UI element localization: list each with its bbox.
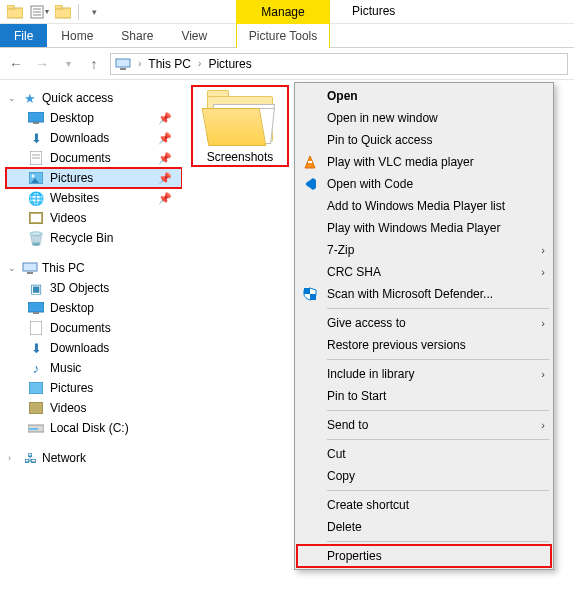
svg-rect-23 (33, 312, 39, 314)
sidebar-item-documents2[interactable]: Documents (6, 318, 182, 338)
ctx-pin-quick-access[interactable]: Pin to Quick access (297, 129, 551, 151)
pictures-icon (28, 170, 44, 186)
ctx-add-wmp-list[interactable]: Add to Windows Media Player list (297, 195, 551, 217)
main-area: ⌄ ★ Quick access Desktop 📌 ⬇ Downloads 📌… (0, 80, 574, 606)
ctx-play-wmp[interactable]: Play with Windows Media Player (297, 217, 551, 239)
svg-point-16 (32, 175, 35, 178)
sidebar-item-pictures[interactable]: Pictures 📌 (6, 168, 182, 188)
pin-icon: 📌 (158, 132, 172, 145)
file-tab[interactable]: File (0, 24, 47, 47)
folder-screenshots[interactable]: Screenshots (192, 86, 288, 166)
chevron-right-icon: › (541, 317, 545, 329)
sidebar-item-desktop2[interactable]: Desktop (6, 298, 182, 318)
recent-locations-button[interactable]: ▾ (58, 58, 78, 69)
tab-view[interactable]: View (167, 24, 221, 47)
ctx-pin-to-start[interactable]: Pin to Start (297, 385, 551, 407)
sidebar-item-label: Documents (50, 321, 111, 335)
ctx-7zip[interactable]: 7-Zip› (297, 239, 551, 261)
properties-icon[interactable]: ▾ (28, 2, 50, 22)
ctx-copy[interactable]: Copy (297, 465, 551, 487)
network-label: Network (42, 451, 86, 465)
expand-icon[interactable]: › (8, 453, 18, 463)
this-pc-header[interactable]: ⌄ This PC (6, 258, 182, 278)
ctx-send-to[interactable]: Send to› (297, 414, 551, 436)
svg-marker-31 (306, 178, 316, 190)
ctx-open[interactable]: Open (297, 85, 551, 107)
address-bar-row: ← → ▾ ↑ › This PC › Pictures (0, 48, 574, 80)
quick-access-header[interactable]: ⌄ ★ Quick access (6, 88, 182, 108)
tab-share[interactable]: Share (107, 24, 167, 47)
sidebar-item-label: Desktop (50, 301, 94, 315)
sidebar-item-pictures2[interactable]: Pictures (6, 378, 182, 398)
ctx-play-vlc[interactable]: Play with VLC media player (297, 151, 551, 173)
back-button[interactable]: ← (6, 56, 26, 72)
svg-rect-11 (33, 122, 39, 124)
ctx-crc-sha[interactable]: CRC SHA› (297, 261, 551, 283)
sidebar-item-videos2[interactable]: Videos (6, 398, 182, 418)
vlc-icon (303, 155, 321, 169)
pc-icon (22, 260, 38, 276)
videos-icon (28, 210, 44, 226)
svg-rect-22 (28, 302, 44, 312)
ctx-properties[interactable]: Properties (297, 545, 551, 567)
sidebar-item-downloads[interactable]: ⬇ Downloads 📌 (6, 128, 182, 148)
address-bar[interactable]: › This PC › Pictures (110, 53, 568, 75)
downloads-icon: ⬇ (28, 130, 44, 146)
chevron-right-icon: › (541, 419, 545, 431)
chevron-right-icon: › (541, 368, 545, 380)
separator (327, 308, 549, 309)
sidebar-item-label: Desktop (50, 111, 94, 125)
ctx-give-access-to[interactable]: Give access to› (297, 312, 551, 334)
svg-rect-26 (29, 402, 43, 414)
svg-rect-10 (28, 112, 44, 122)
customize-qat-icon[interactable]: ▾ (83, 2, 105, 22)
sidebar-item-downloads2[interactable]: ⬇ Downloads (6, 338, 182, 358)
ctx-include-in-library[interactable]: Include in library› (297, 363, 551, 385)
sidebar-item-label: Recycle Bin (50, 231, 113, 245)
ctx-create-shortcut[interactable]: Create shortcut (297, 494, 551, 516)
navigation-pane: ⌄ ★ Quick access Desktop 📌 ⬇ Downloads 📌… (0, 80, 182, 606)
expand-icon[interactable]: ⌄ (8, 263, 18, 273)
svg-rect-19 (31, 214, 41, 222)
sidebar-item-label: Downloads (50, 131, 109, 145)
shield-icon (303, 287, 321, 301)
sidebar-item-documents[interactable]: Documents 📌 (6, 148, 182, 168)
breadcrumb-thispc[interactable]: This PC (148, 57, 191, 71)
sidebar-item-websites[interactable]: 🌐 Websites 📌 (6, 188, 182, 208)
content-pane[interactable]: Screenshots Open Open in new window Pin … (182, 80, 574, 606)
sidebar-item-videos[interactable]: Videos (6, 208, 182, 228)
sidebar-item-music[interactable]: ♪ Music (6, 358, 182, 378)
breadcrumb-pictures[interactable]: Pictures (208, 57, 251, 71)
up-button[interactable]: ↑ (84, 56, 104, 72)
ctx-open-new-window[interactable]: Open in new window (297, 107, 551, 129)
tab-home[interactable]: Home (47, 24, 107, 47)
sidebar-item-label: Websites (50, 191, 99, 205)
svg-rect-21 (27, 272, 33, 274)
sidebar-item-localdisk[interactable]: Local Disk (C:) (6, 418, 182, 438)
chevron-right-icon[interactable]: › (198, 58, 201, 69)
ctx-open-with-code[interactable]: Open with Code (297, 173, 551, 195)
sidebar-item-recyclebin[interactable]: 🗑️ Recycle Bin (6, 228, 182, 248)
chevron-right-icon[interactable]: › (138, 58, 141, 69)
ctx-restore-versions[interactable]: Restore previous versions (297, 334, 551, 356)
contextual-tab-group: Manage Picture Tools (236, 0, 330, 48)
svg-rect-1 (7, 5, 14, 9)
network-header[interactable]: › 🖧 Network (6, 448, 182, 468)
pc-icon (115, 58, 131, 70)
ctx-cut[interactable]: Cut (297, 443, 551, 465)
sidebar-item-3dobjects[interactable]: ▣ 3D Objects (6, 278, 182, 298)
sidebar-item-desktop[interactable]: Desktop 📌 (6, 108, 182, 128)
new-folder-icon[interactable] (52, 2, 74, 22)
ctx-delete[interactable]: Delete (297, 516, 551, 538)
star-icon: ★ (22, 90, 38, 106)
network-icon: 🖧 (22, 450, 38, 466)
quick-access-group: ⌄ ★ Quick access Desktop 📌 ⬇ Downloads 📌… (6, 88, 182, 248)
forward-button[interactable]: → (32, 56, 52, 72)
cube-icon: ▣ (28, 280, 44, 296)
folder-icon[interactable] (4, 2, 26, 22)
expand-icon[interactable]: ⌄ (8, 93, 18, 103)
pictures-icon (28, 380, 44, 396)
sidebar-item-label: Music (50, 361, 81, 375)
ctx-defender-scan[interactable]: Scan with Microsoft Defender... (297, 283, 551, 305)
tab-picture-tools[interactable]: Picture Tools (236, 24, 330, 48)
